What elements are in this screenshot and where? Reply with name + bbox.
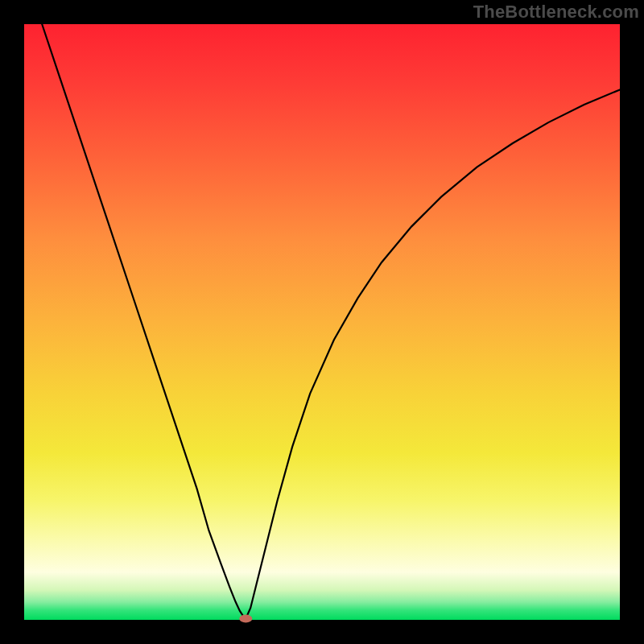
curve-svg	[24, 24, 620, 620]
watermark-text: TheBottleneck.com	[473, 2, 639, 23]
bottleneck-curve-right	[246, 89, 620, 618]
bottleneck-curve-left	[42, 24, 246, 619]
optimum-marker	[239, 615, 252, 623]
chart-frame: TheBottleneck.com	[0, 0, 644, 644]
plot-area	[24, 24, 620, 620]
